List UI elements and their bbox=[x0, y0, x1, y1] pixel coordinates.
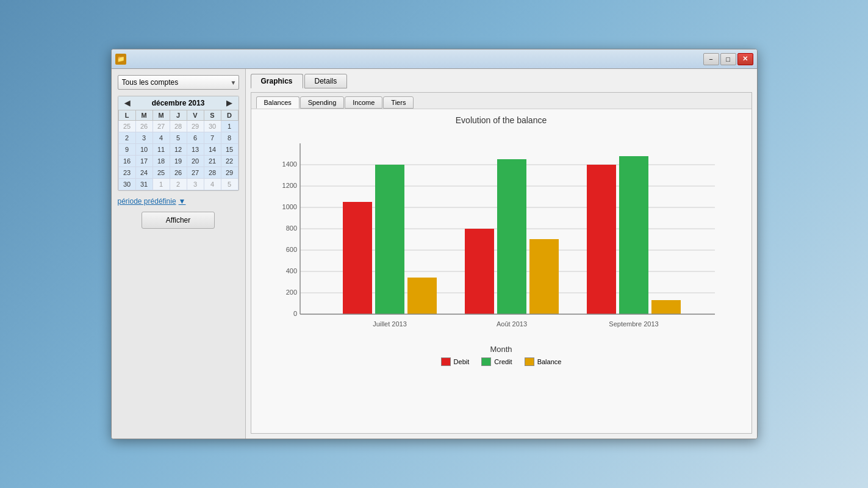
calendar-day[interactable]: 22 bbox=[221, 156, 238, 167]
calendar-day[interactable]: 18 bbox=[152, 156, 170, 167]
tab-graphics[interactable]: Graphics bbox=[251, 74, 303, 88]
calendar-day[interactable]: 26 bbox=[170, 167, 187, 179]
calendar-day[interactable]: 8 bbox=[221, 132, 238, 144]
afficher-button[interactable]: Afficher bbox=[142, 212, 215, 229]
calendar-day[interactable]: 15 bbox=[221, 144, 238, 156]
next-month-button[interactable]: ▶ bbox=[224, 99, 234, 107]
calendar-day[interactable]: 1 bbox=[221, 121, 238, 132]
chevron-down-icon: ▼ bbox=[179, 197, 186, 206]
calendar-day[interactable]: 9 bbox=[118, 144, 135, 156]
legend-debit-label: Debit bbox=[454, 358, 470, 365]
bar-aout-credit bbox=[497, 159, 526, 314]
calendar-day[interactable]: 16 bbox=[118, 156, 135, 167]
periode-link[interactable]: période prédéfinie ▼ bbox=[118, 197, 239, 206]
calendar-day[interactable]: 2 bbox=[170, 179, 187, 190]
main-window: 📁 − □ ✕ Tous les comptes Compte courant … bbox=[111, 49, 758, 439]
calendar-day[interactable]: 21 bbox=[204, 156, 221, 167]
legend-title: Month bbox=[490, 345, 512, 354]
sub-tabs: Balances Spending Income Tiers bbox=[251, 93, 751, 109]
app-icon: 📁 bbox=[115, 54, 126, 65]
calendar-day[interactable]: 6 bbox=[187, 132, 204, 144]
svg-text:800: 800 bbox=[285, 224, 296, 232]
window-body: Tous les comptes Compte courant Compte é… bbox=[112, 69, 757, 439]
bar-chart: 0 200 400 600 800 1000 1200 1400 bbox=[270, 131, 733, 339]
calendar-day[interactable]: 27 bbox=[187, 167, 204, 179]
chart-title: Evolution of the balance bbox=[456, 115, 547, 125]
debit-color-swatch bbox=[441, 357, 451, 366]
cal-header-l: L bbox=[118, 110, 135, 121]
calendar-day[interactable]: 14 bbox=[204, 144, 221, 156]
calendar-grid: L M M J V S D 25262728293012345678910111… bbox=[118, 110, 239, 190]
cal-header-m1: M bbox=[135, 110, 152, 121]
calendar-day[interactable]: 28 bbox=[204, 167, 221, 179]
calendar-day[interactable]: 19 bbox=[170, 156, 187, 167]
top-tabs: Graphics Details bbox=[251, 74, 752, 88]
calendar-day[interactable]: 30 bbox=[204, 121, 221, 132]
balance-color-swatch bbox=[525, 357, 534, 366]
subtab-income[interactable]: Income bbox=[345, 96, 382, 109]
periode-label: période prédéfinie bbox=[118, 197, 176, 206]
calendar-day[interactable]: 25 bbox=[152, 167, 170, 179]
legend-balance-label: Balance bbox=[537, 358, 562, 365]
calendar-day[interactable]: 11 bbox=[152, 144, 170, 156]
cal-header-v: V bbox=[187, 110, 204, 121]
calendar-day[interactable]: 13 bbox=[187, 144, 204, 156]
calendar-day[interactable]: 29 bbox=[221, 167, 238, 179]
calendar-day[interactable]: 31 bbox=[135, 179, 152, 190]
calendar-day[interactable]: 28 bbox=[170, 121, 187, 132]
minimize-button[interactable]: − bbox=[703, 53, 719, 65]
legend-items: Debit Credit Balance bbox=[441, 357, 562, 366]
title-bar: 📁 − □ ✕ bbox=[112, 49, 757, 69]
calendar-header: ◀ décembre 2013 ▶ bbox=[118, 96, 239, 110]
svg-text:400: 400 bbox=[285, 267, 296, 274]
right-panel: Graphics Details Balances Spending Incom… bbox=[246, 69, 757, 439]
calendar-day[interactable]: 4 bbox=[152, 132, 170, 144]
close-button[interactable]: ✕ bbox=[737, 53, 753, 65]
account-select[interactable]: Tous les comptes Compte courant Compte é… bbox=[118, 75, 239, 90]
tab-details[interactable]: Details bbox=[304, 74, 348, 88]
left-panel: Tous les comptes Compte courant Compte é… bbox=[112, 69, 246, 439]
calendar-day[interactable]: 3 bbox=[187, 179, 204, 190]
maximize-button[interactable]: □ bbox=[720, 53, 736, 65]
calendar-day[interactable]: 1 bbox=[152, 179, 170, 190]
svg-text:0: 0 bbox=[293, 310, 296, 317]
calendar-day[interactable]: 5 bbox=[170, 132, 187, 144]
calendar-day[interactable]: 2 bbox=[118, 132, 135, 144]
calendar-day[interactable]: 30 bbox=[118, 179, 135, 190]
calendar-day[interactable]: 24 bbox=[135, 167, 152, 179]
svg-text:1000: 1000 bbox=[282, 203, 296, 210]
calendar-day[interactable]: 23 bbox=[118, 167, 135, 179]
credit-color-swatch bbox=[481, 357, 491, 366]
subtab-balances[interactable]: Balances bbox=[256, 96, 299, 109]
window-controls: − □ ✕ bbox=[703, 53, 753, 65]
bar-aout-balance bbox=[529, 239, 559, 314]
calendar-day[interactable]: 20 bbox=[187, 156, 204, 167]
cal-header-s: S bbox=[204, 110, 221, 121]
svg-text:Juillet 2013: Juillet 2013 bbox=[373, 320, 407, 328]
svg-text:1200: 1200 bbox=[282, 182, 296, 189]
bar-juillet-balance bbox=[407, 278, 437, 314]
calendar-day[interactable]: 3 bbox=[135, 132, 152, 144]
calendar-day[interactable]: 10 bbox=[135, 144, 152, 156]
calendar-day[interactable]: 4 bbox=[204, 179, 221, 190]
calendar-day[interactable]: 29 bbox=[187, 121, 204, 132]
subtab-spending[interactable]: Spending bbox=[300, 96, 345, 109]
calendar-day[interactable]: 7 bbox=[204, 132, 221, 144]
calendar-day[interactable]: 26 bbox=[135, 121, 152, 132]
chart-container: Balances Spending Income Tiers Evolution… bbox=[251, 92, 752, 434]
svg-text:Août 2013: Août 2013 bbox=[496, 320, 526, 328]
calendar-day[interactable]: 27 bbox=[152, 121, 170, 132]
svg-text:1400: 1400 bbox=[282, 160, 296, 168]
chart-area: Evolution of the balance bbox=[251, 109, 751, 433]
calendar-month-year: décembre 2013 bbox=[152, 99, 205, 107]
svg-text:200: 200 bbox=[285, 289, 296, 296]
calendar-day[interactable]: 17 bbox=[135, 156, 152, 167]
calendar-day[interactable]: 12 bbox=[170, 144, 187, 156]
subtab-tiers[interactable]: Tiers bbox=[383, 96, 414, 109]
bar-juillet-debit bbox=[343, 202, 372, 314]
svg-text:Septembre 2013: Septembre 2013 bbox=[609, 320, 658, 328]
calendar-day[interactable]: 25 bbox=[118, 121, 135, 132]
svg-text:600: 600 bbox=[285, 246, 296, 253]
calendar-day[interactable]: 5 bbox=[221, 179, 238, 190]
prev-month-button[interactable]: ◀ bbox=[122, 99, 132, 107]
